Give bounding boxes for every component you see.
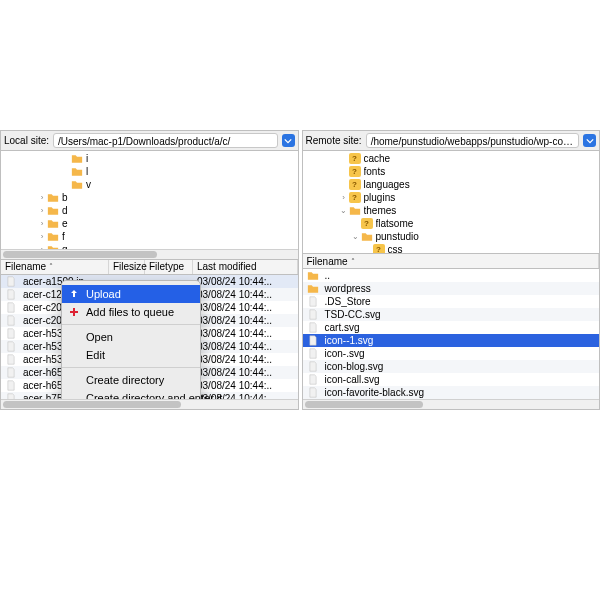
tree-item-label: css	[388, 243, 600, 253]
local-list-scrollbar[interactable]	[1, 399, 298, 409]
file-modified: 03/08/24 10:44:..	[193, 327, 298, 340]
file-name: icon-favorite-black.svg	[325, 386, 424, 399]
folder-icon	[47, 231, 59, 242]
expander-closed-icon[interactable]: ›	[37, 204, 47, 217]
file-icon	[5, 354, 17, 365]
expander-open-icon[interactable]: ⌄	[339, 204, 349, 217]
file-icon	[5, 367, 17, 378]
remote-tree[interactable]: ?cache?fonts?languages›?plugins⌄themes?f…	[303, 151, 600, 253]
local-path-input[interactable]: /Users/mac-p1/Downloads/product/a/c/	[53, 133, 277, 148]
expander-closed-icon[interactable]: ›	[339, 191, 349, 204]
remote-path-input[interactable]: /home/punstudio/webapps/punstudio/wp-con…	[366, 133, 579, 148]
tree-item[interactable]: v	[1, 178, 298, 191]
scrollbar-thumb[interactable]	[305, 401, 424, 408]
file-row[interactable]: wordpress	[303, 282, 600, 295]
menu-item-create-directory[interactable]: Create directory	[62, 371, 200, 389]
folder-icon	[47, 192, 59, 203]
menu-item-add-files-to-queue[interactable]: Add files to queue	[62, 303, 200, 321]
folder-icon	[47, 205, 59, 216]
expander-closed-icon[interactable]: ›	[37, 230, 47, 243]
file-row[interactable]: icon--1.svg	[303, 334, 600, 347]
scrollbar-thumb[interactable]	[3, 251, 157, 258]
scrollbar-thumb[interactable]	[3, 401, 181, 408]
menu-item-create-directory-and-enter-it[interactable]: Create directory and enter it	[62, 389, 200, 399]
file-icon	[307, 374, 319, 385]
tree-item[interactable]: ?css	[303, 243, 600, 253]
tree-item[interactable]: ›b	[1, 191, 298, 204]
unknown-folder-icon: ?	[349, 153, 361, 164]
menu-item-label: Create directory	[86, 374, 164, 386]
expander-closed-icon[interactable]: ›	[37, 191, 47, 204]
local-path-dropdown-button[interactable]	[282, 134, 295, 147]
chevron-down-icon	[586, 137, 594, 145]
file-row[interactable]: cart.svg	[303, 321, 600, 334]
file-name: ..	[325, 269, 331, 282]
tree-item[interactable]: ?cache	[303, 152, 600, 165]
folder-icon	[71, 179, 83, 190]
expander-closed-icon[interactable]: ›	[37, 217, 47, 230]
file-icon	[5, 276, 17, 287]
tree-item[interactable]: ⌄themes	[303, 204, 600, 217]
menu-item-label: Edit	[86, 349, 105, 361]
tree-item[interactable]: ?languages	[303, 178, 600, 191]
col-filename[interactable]: Filename˄	[1, 260, 109, 274]
tree-item-label: v	[86, 178, 298, 191]
tree-item-label: d	[62, 204, 298, 217]
file-row[interactable]: icon-call.svg	[303, 373, 600, 386]
file-row[interactable]: icon-blog.svg	[303, 360, 600, 373]
local-tree-scrollbar[interactable]	[1, 249, 298, 259]
local-file-list[interactable]: acer-a1500.jp03/08/24 10:44:..acer-c120.…	[1, 275, 298, 399]
tree-item[interactable]: ›d	[1, 204, 298, 217]
tree-item[interactable]: ›e	[1, 217, 298, 230]
file-modified: 03/08/24 10:44:..	[193, 340, 298, 353]
file-row[interactable]: icon-favorite-black.svg	[303, 386, 600, 399]
file-icon	[307, 309, 319, 320]
col-filetype[interactable]: Filetype	[145, 260, 193, 274]
folder-icon	[47, 218, 59, 229]
tree-item-label: languages	[364, 178, 600, 191]
remote-path-dropdown-button[interactable]	[583, 134, 596, 147]
col-filesize[interactable]: Filesize	[109, 260, 145, 274]
tree-item-label: cache	[364, 152, 600, 165]
tree-item[interactable]: l	[1, 165, 298, 178]
tree-item[interactable]: ?flatsome	[303, 217, 600, 230]
tree-item-label: b	[62, 191, 298, 204]
menu-item-label: Upload	[86, 288, 121, 300]
file-name: cart.svg	[325, 321, 360, 334]
folder-icon	[307, 283, 319, 294]
file-row[interactable]: icon-.svg	[303, 347, 600, 360]
file-icon	[5, 289, 17, 300]
menu-item-open[interactable]: Open	[62, 328, 200, 346]
file-row[interactable]: ..	[303, 269, 600, 282]
tree-item[interactable]: ›?plugins	[303, 191, 600, 204]
menu-item-edit[interactable]: Edit	[62, 346, 200, 364]
remote-file-list[interactable]: ..wordpress.DS_StoreTSD-CC.svgcart.svgic…	[303, 269, 600, 399]
tree-item[interactable]: ⌄punstudio	[303, 230, 600, 243]
remote-list-scrollbar[interactable]	[303, 399, 600, 409]
file-row[interactable]: .DS_Store	[303, 295, 600, 308]
folder-icon	[71, 153, 83, 164]
file-name: wordpress	[325, 282, 371, 295]
file-icon	[307, 387, 319, 398]
tree-item-label: plugins	[364, 191, 600, 204]
context-menu[interactable]: UploadAdd files to queueOpenEditCreate d…	[61, 280, 201, 399]
file-modified: 03/08/24 10:44:..	[193, 301, 298, 314]
expander-open-icon[interactable]: ⌄	[351, 230, 361, 243]
unknown-folder-icon: ?	[373, 244, 385, 253]
local-pane: Local site: /Users/mac-p1/Downloads/prod…	[0, 130, 299, 410]
tree-item[interactable]: ›f	[1, 230, 298, 243]
sort-asc-icon: ˄	[351, 257, 355, 266]
file-modified: 03/08/24 10:44:..	[193, 366, 298, 379]
file-row[interactable]: TSD-CC.svg	[303, 308, 600, 321]
upload-icon	[68, 288, 80, 300]
local-list-header: Filename˄ Filesize Filetype Last modifie…	[1, 259, 298, 275]
tree-item[interactable]: ?fonts	[303, 165, 600, 178]
tree-item[interactable]: i	[1, 152, 298, 165]
menu-separator	[62, 324, 200, 325]
menu-item-upload[interactable]: Upload	[62, 285, 200, 303]
tree-item-label: l	[86, 165, 298, 178]
local-tree[interactable]: ilv›b›d›e›f›g	[1, 151, 298, 249]
col-lastmodified[interactable]: Last modified	[193, 260, 298, 274]
file-icon	[307, 335, 319, 346]
col-filename[interactable]: Filename˄	[303, 254, 600, 268]
